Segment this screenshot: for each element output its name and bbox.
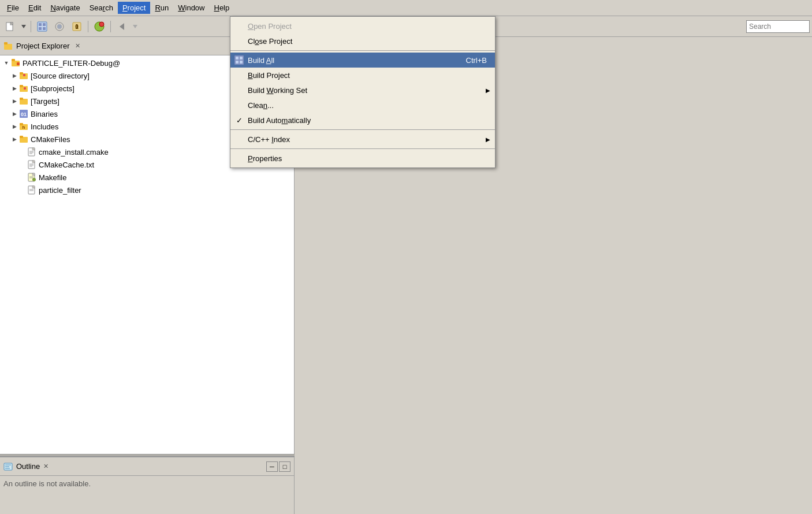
properties-label: Properties xyxy=(248,154,282,163)
build-auto-check: ✓ xyxy=(236,116,243,125)
cmake-install-icon xyxy=(27,147,37,157)
subprojects-label: [Subprojects] xyxy=(31,84,75,93)
clean-label: Clean... xyxy=(248,101,274,110)
menu-cpp-index[interactable]: C/C++ Index ▶ xyxy=(230,132,495,147)
outline-title-area: Outline ✕ xyxy=(3,462,49,471)
svg-point-15 xyxy=(99,22,104,27)
makefile-label: Makefile xyxy=(39,173,66,182)
tree-makefile[interactable]: ▶ Makefile xyxy=(0,171,294,184)
menu-help[interactable]: Help xyxy=(209,2,234,14)
project-icon xyxy=(10,58,21,68)
build-all-shortcut: Ctrl+B xyxy=(466,56,487,65)
cmakecache-label: CMakeCache.txt xyxy=(39,161,94,169)
svg-text:01: 01 xyxy=(21,111,27,117)
menu-window[interactable]: Window xyxy=(173,2,209,14)
build-auto-label: Build Automatically xyxy=(248,116,311,125)
menu-sep-1 xyxy=(230,50,495,51)
subprojects-icon xyxy=(18,84,29,93)
outline-header: Outline ✕ ─ □ xyxy=(0,457,294,476)
toolbar-sep-1 xyxy=(31,21,31,32)
outline-message: An outline is not available. xyxy=(3,479,91,488)
svg-rect-70 xyxy=(240,61,243,64)
cpp-index-label: C/C++ Index xyxy=(248,135,290,144)
targets-arrow: ▶ xyxy=(10,98,18,104)
tree-root-label: PARTICLE_FILTER-Debug@ xyxy=(23,59,120,68)
search-input[interactable] xyxy=(749,23,807,31)
binaries-label: Binaries xyxy=(31,110,58,118)
navigate-back-btn[interactable] xyxy=(114,19,130,34)
svg-rect-38 xyxy=(20,136,23,138)
outline-panel: Outline ✕ ─ □ An outline is not availabl… xyxy=(0,456,294,514)
targets-label: [Targets] xyxy=(31,97,59,106)
cmakefiles-icon xyxy=(18,135,29,144)
toolbar-btn-run[interactable] xyxy=(91,19,107,34)
menu-run[interactable]: Run xyxy=(150,2,173,14)
menubar: File Edit Navigate Search Project Run Wi… xyxy=(0,0,812,16)
svg-rect-5 xyxy=(39,23,42,26)
cmakecache-icon xyxy=(27,160,37,169)
svg-rect-26 xyxy=(23,74,25,76)
svg-rect-8 xyxy=(43,27,46,30)
outline-content: An outline is not available. xyxy=(0,476,294,491)
svg-rect-25 xyxy=(20,72,23,75)
toolbar-btn-3[interactable]: 0 1 xyxy=(69,19,85,34)
makefile-icon xyxy=(27,173,37,182)
menu-clean[interactable]: Clean... xyxy=(230,98,495,113)
svg-marker-3 xyxy=(21,25,26,28)
menu-edit[interactable]: Edit xyxy=(24,2,46,14)
new-button[interactable] xyxy=(2,19,18,34)
source-dir-icon xyxy=(18,71,29,80)
svg-rect-7 xyxy=(39,27,42,30)
search-box[interactable] xyxy=(746,20,810,33)
toolbar-btn-1[interactable] xyxy=(34,19,50,34)
svg-text:1: 1 xyxy=(75,24,79,30)
includes-arrow: ▶ xyxy=(10,124,18,129)
project-explorer-icon xyxy=(3,42,13,51)
svg-rect-29 xyxy=(24,87,26,90)
menu-navigate[interactable]: Navigate xyxy=(46,2,84,14)
menu-close-project[interactable]: Close Project xyxy=(230,33,495,49)
svg-rect-23 xyxy=(17,62,20,65)
svg-marker-16 xyxy=(120,23,124,30)
svg-rect-6 xyxy=(43,23,46,26)
menu-build-project[interactable]: Build Project xyxy=(230,68,495,83)
close-project-label: Close Project xyxy=(248,37,292,46)
cmakefiles-label: CMakeFiles xyxy=(31,135,70,144)
outline-minimize-btn[interactable]: ─ xyxy=(266,461,278,472)
particle-filter-label: particle_filter xyxy=(39,186,81,195)
tree-particle-filter[interactable]: ▶ particle_filter xyxy=(0,184,294,196)
build-project-label: Build Project xyxy=(248,71,290,80)
menu-search[interactable]: Search xyxy=(85,2,118,14)
outline-maximize-btn[interactable]: □ xyxy=(279,461,290,472)
menu-build-auto[interactable]: ✓ Build Automatically xyxy=(230,113,495,128)
project-menu: Open Project Close Project Build All Ctr… xyxy=(230,16,496,168)
toolbar-btn-2[interactable] xyxy=(51,19,68,34)
build-working-set-arrow: ▶ xyxy=(486,87,490,94)
build-working-set-label: Build Working Set xyxy=(248,86,307,95)
project-explorer-title: Project Explorer xyxy=(16,42,69,50)
svg-rect-22 xyxy=(12,59,15,61)
project-explorer-close[interactable]: ✕ xyxy=(75,42,80,50)
open-project-label: Open Project xyxy=(248,22,292,31)
build-all-label: Build All xyxy=(248,56,274,65)
outline-icon xyxy=(3,462,13,471)
menu-build-working-set[interactable]: Build Working Set ▶ xyxy=(230,83,495,98)
outline-controls: ─ □ xyxy=(266,461,290,472)
menu-project[interactable]: Project xyxy=(118,2,150,14)
cmakefiles-arrow: ▶ xyxy=(10,136,18,142)
subprojects-arrow: ▶ xyxy=(10,85,18,91)
svg-point-10 xyxy=(57,24,62,29)
toolbar-sep-2 xyxy=(88,21,88,32)
svg-rect-68 xyxy=(240,57,243,59)
outline-close[interactable]: ✕ xyxy=(43,463,49,470)
menu-properties[interactable]: Properties xyxy=(230,151,495,166)
new-dropdown-btn[interactable] xyxy=(20,19,28,34)
svg-point-56 xyxy=(32,178,36,181)
navigate-dropdown-btn[interactable] xyxy=(131,19,139,34)
binaries-arrow: ▶ xyxy=(10,111,18,117)
particle-filter-icon xyxy=(27,185,37,195)
svg-rect-20 xyxy=(4,42,8,44)
menu-open-project[interactable]: Open Project xyxy=(230,18,495,33)
menu-file[interactable]: File xyxy=(2,2,24,14)
menu-build-all[interactable]: Build All Ctrl+B xyxy=(230,53,495,68)
